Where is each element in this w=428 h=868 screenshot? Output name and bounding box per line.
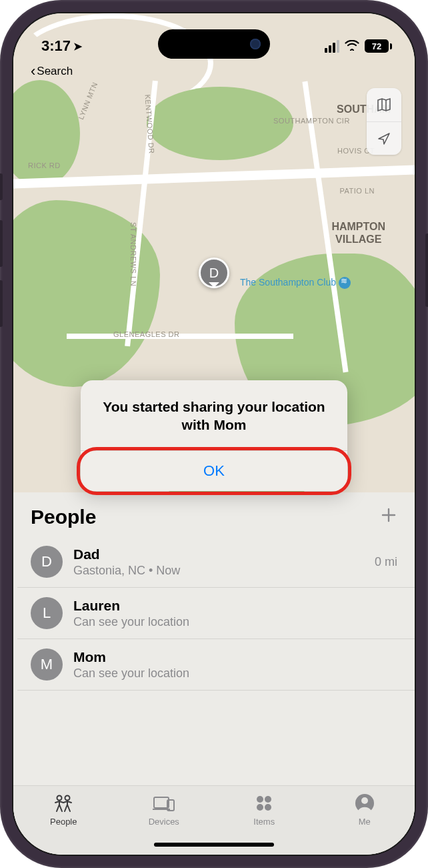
location-services-icon: ➤ [73, 40, 82, 53]
road-label: PATIO LN [340, 187, 375, 195]
svg-point-1 [65, 796, 70, 801]
tab-label: Me [359, 817, 371, 827]
devices-icon [153, 793, 175, 814]
screen: 3:17 ➤ 72 ‹ Search [12, 12, 416, 856]
status-time-group: 3:17 ➤ [41, 37, 82, 55]
poi-pool-icon [339, 277, 351, 289]
wifi-icon [345, 39, 359, 54]
chevron-left-icon: ‹ [31, 64, 35, 79]
poi-label[interactable]: The Southampton Club [240, 277, 351, 289]
people-icon [51, 793, 75, 814]
locate-me-button[interactable] [367, 121, 401, 155]
map-icon [376, 97, 392, 113]
tab-label: Devices [149, 817, 179, 827]
back-to-search-button[interactable]: ‹ Search [31, 64, 73, 79]
avatar: M [31, 648, 63, 681]
items-icon [255, 793, 273, 814]
svg-point-0 [57, 796, 62, 801]
volume-up-button [0, 220, 3, 267]
tab-devices[interactable]: Devices [114, 793, 215, 827]
map-controls [367, 88, 401, 155]
tab-label: Items [253, 817, 275, 827]
front-camera-icon [250, 39, 261, 49]
person-name: Lauren [73, 598, 397, 614]
person-name: Mom [73, 649, 397, 665]
tab-items[interactable]: Items [214, 793, 315, 827]
alert-message: You started sharing your location with M… [81, 380, 347, 450]
person-map-pin[interactable]: D [199, 258, 229, 288]
road-label: SOUTHAMPTON CIR [273, 117, 350, 125]
volume-down-button [0, 280, 3, 327]
person-row-dad[interactable]: D Dad Gastonia, NC • Now 0 mi [17, 536, 415, 588]
svg-point-6 [257, 804, 263, 811]
person-name: Dad [73, 546, 375, 562]
road-label: ST ANDREWS LN [129, 222, 137, 286]
map-mode-button[interactable] [367, 88, 401, 121]
add-person-button[interactable] [380, 506, 397, 528]
road-label: RICK RD [28, 161, 61, 169]
svg-point-4 [257, 796, 263, 803]
avatar: L [31, 597, 63, 629]
person-row-mom[interactable]: M Mom Can see your location [17, 639, 415, 691]
status-right-group: 72 [325, 39, 392, 54]
location-arrow-icon [377, 131, 391, 146]
battery-icon: 72 [365, 39, 392, 53]
status-time: 3:17 [41, 37, 71, 55]
plus-icon [380, 506, 397, 524]
pin-initial: D [209, 266, 219, 281]
power-button [425, 234, 428, 307]
person-subtitle: Can see your location [73, 615, 397, 629]
svg-point-5 [265, 796, 271, 803]
svg-point-9 [361, 797, 368, 804]
tab-me[interactable]: Me [315, 793, 415, 827]
person-subtitle: Gastonia, NC • Now [73, 564, 375, 578]
sheet-title: People [31, 506, 96, 528]
battery-percent: 72 [366, 41, 387, 51]
road-label: GLENEAGLES DR [113, 330, 179, 338]
dynamic-island [158, 29, 270, 59]
person-distance: 0 mi [375, 555, 397, 569]
avatar: D [31, 546, 63, 578]
tab-label: People [50, 817, 77, 827]
mute-switch [0, 173, 3, 200]
cellular-signal-icon [325, 40, 339, 53]
tab-people[interactable]: People [13, 793, 114, 827]
sharing-confirmation-alert: You started sharing your location with M… [81, 380, 347, 491]
phone-frame: 3:17 ➤ 72 ‹ Search [0, 0, 428, 868]
person-circle-icon [355, 793, 375, 814]
back-label: Search [37, 65, 73, 78]
alert-ok-button[interactable]: OK [81, 451, 347, 491]
person-row-lauren[interactable]: L Lauren Can see your location [17, 588, 415, 639]
svg-point-7 [265, 804, 271, 811]
home-indicator[interactable] [154, 843, 274, 847]
sheet-header: People [13, 506, 415, 536]
svg-rect-2 [154, 797, 169, 808]
person-subtitle: Can see your location [73, 667, 397, 681]
place-label: HAMPTON VILLAGE [331, 220, 385, 246]
